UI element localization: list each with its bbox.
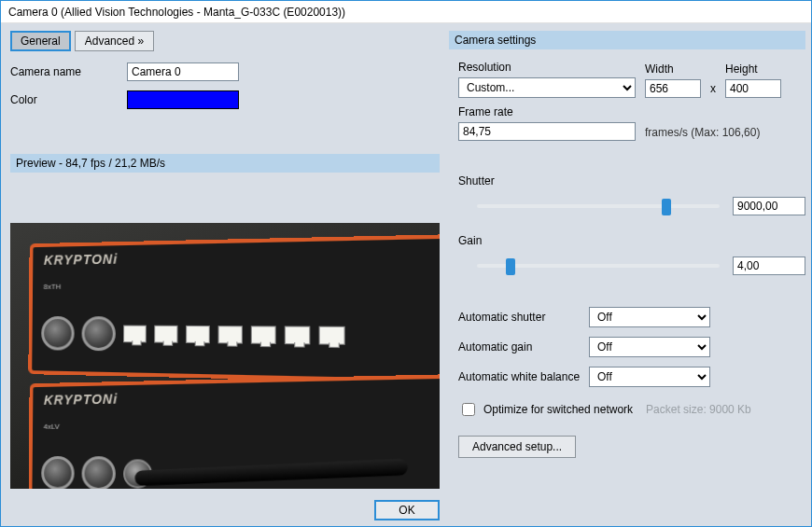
camera-config-window: Camera 0 (Allied Vision Technologies - M…: [0, 0, 812, 527]
advanced-setup-button[interactable]: Advanced setup...: [458, 436, 576, 458]
auto-shutter-label: Automatic shutter: [458, 311, 589, 324]
auto-gain-row: Automatic gain Off: [458, 337, 805, 357]
framerate-col: Frame rate: [458, 105, 636, 141]
gain-label: Gain: [458, 234, 805, 247]
settings: Resolution Custom... Width x Height: [449, 61, 805, 458]
height-input[interactable]: [725, 79, 781, 98]
packet-size-label: Packet size: 9000 Kb: [646, 403, 751, 416]
connector-icon: [81, 316, 116, 351]
framerate-hint: frames/s (Max: 106,60): [645, 126, 760, 141]
auto-shutter-select[interactable]: Off: [589, 307, 710, 327]
preview-header: Preview - 84,7 fps / 21,2 MB/s: [10, 154, 440, 173]
framerate-row: Frame rate frames/s (Max: 106,60): [458, 105, 805, 141]
color-swatch[interactable]: [127, 90, 239, 109]
rj45-icon: [123, 326, 147, 343]
gain-value-input[interactable]: [733, 257, 805, 275]
tab-general[interactable]: General: [10, 31, 71, 51]
device-sublabel-bottom: 4xLV: [44, 423, 60, 431]
cable-icon: [134, 458, 408, 486]
rj45-icon: [319, 326, 345, 345]
connector-icon: [41, 456, 75, 489]
resolution-row: Resolution Custom... Width x Height: [458, 61, 805, 98]
width-input[interactable]: [645, 79, 701, 98]
left-panel: General Advanced » Camera name Color Pre…: [1, 23, 449, 496]
shutter-slider-row: [458, 197, 805, 215]
gain-slider[interactable]: [477, 257, 720, 275]
rj45-icon: [218, 326, 243, 343]
ok-button[interactable]: OK: [374, 500, 440, 520]
conn-row-top: [41, 316, 345, 354]
width-label: Width: [645, 62, 701, 76]
width-col: Width: [645, 62, 701, 98]
gain-block: Gain: [458, 234, 805, 294]
tab-advanced[interactable]: Advanced »: [75, 31, 154, 51]
optimize-checkbox[interactable]: [462, 403, 475, 416]
camera-name-label: Camera name: [10, 65, 127, 78]
rj45-icon: [186, 326, 210, 343]
auto-wb-row: Automatic white balance Off: [458, 367, 805, 387]
tabs: General Advanced »: [10, 31, 440, 51]
settings-title: Camera settings: [449, 31, 805, 49]
connector-icon: [81, 456, 116, 489]
shutter-block: Shutter: [458, 174, 805, 234]
auto-gain-select[interactable]: Off: [589, 337, 710, 357]
content: General Advanced » Camera name Color Pre…: [1, 23, 811, 496]
titlebar: Camera 0 (Allied Vision Technologies - M…: [1, 1, 811, 23]
preview-device-top: KRYPTONi 8xTH: [28, 234, 440, 384]
rj45-icon: [154, 326, 177, 343]
camera-name-row: Camera name: [10, 62, 440, 81]
framerate-label: Frame rate: [458, 105, 636, 118]
resolution-col: Resolution Custom...: [458, 61, 636, 98]
resolution-label: Resolution: [458, 61, 636, 74]
rj45-icon: [285, 326, 311, 344]
window-title: Camera 0 (Allied Vision Technologies - M…: [8, 6, 345, 19]
rj45-icon: [251, 326, 276, 344]
gain-slider-row: [458, 257, 805, 275]
slider-track: [477, 204, 720, 208]
connector-icon: [41, 316, 75, 351]
auto-shutter-row: Automatic shutter Off: [458, 307, 805, 327]
slider-thumb[interactable]: [506, 258, 515, 275]
camera-name-input[interactable]: [127, 62, 239, 81]
height-col: Height: [725, 62, 781, 98]
framerate-input[interactable]: [458, 122, 636, 141]
auto-wb-label: Automatic white balance: [458, 370, 589, 383]
device-sublabel-top: 8xTH: [44, 283, 62, 291]
preview-device-bottom: KRYPTONi 4xLV: [28, 374, 440, 489]
footer: OK: [374, 500, 440, 520]
times-label: x: [710, 82, 716, 98]
slider-thumb[interactable]: [662, 199, 671, 215]
optimize-row: Optimize for switched network Packet siz…: [458, 400, 805, 419]
auto-gain-label: Automatic gain: [458, 340, 589, 354]
device-brand: KRYPTONi: [44, 251, 118, 268]
device-brand: KRYPTONi: [44, 391, 118, 408]
color-label: Color: [10, 93, 127, 106]
color-row: Color: [10, 90, 440, 109]
right-panel: Camera settings Resolution Custom... Wid…: [449, 23, 812, 496]
auto-wb-select[interactable]: Off: [589, 367, 710, 387]
height-label: Height: [725, 62, 781, 76]
shutter-label: Shutter: [458, 174, 805, 187]
shutter-value-input[interactable]: [733, 197, 805, 215]
resolution-select[interactable]: Custom...: [458, 77, 636, 98]
optimize-label: Optimize for switched network: [483, 403, 633, 416]
preview-image: KRYPTONi 8xTH KRYPTONi: [10, 223, 440, 489]
shutter-slider[interactable]: [477, 197, 720, 215]
